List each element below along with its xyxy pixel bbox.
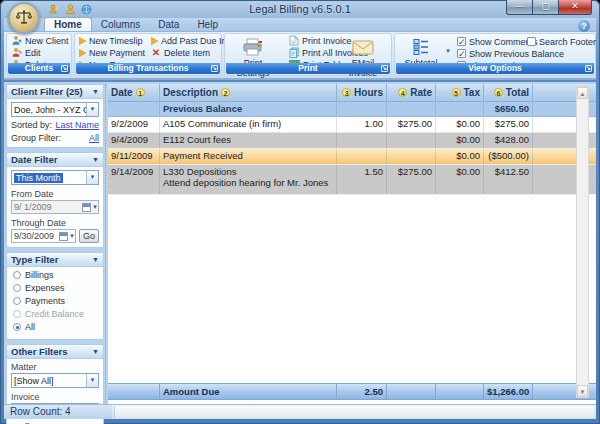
tab-home[interactable]: Home (44, 17, 92, 31)
printer-icon (227, 36, 279, 58)
ribbon-group-billing-transactions: New Timeslip New Payment New Expense Add… (74, 33, 222, 76)
table-row[interactable]: 9/4/2009 E112 Court fees $0.00 $428.00 (108, 133, 596, 149)
matter-select[interactable]: [Show All] ▼ (11, 373, 99, 388)
dropdown-arrow-icon: ▼ (92, 204, 98, 210)
client-select[interactable]: Doe, John - XYZ Corporation ▼ (11, 102, 99, 117)
show-previous-balance-checkbox[interactable]: ✓ Show Previous Balance (457, 48, 564, 59)
filter-sidebar: Client Filter (25) ▼ Doe, John - XYZ Cor… (6, 84, 104, 404)
new-payment-button[interactable]: New Payment (79, 47, 145, 58)
go-button[interactable]: Go (79, 229, 99, 243)
radio-icon (13, 297, 21, 305)
person-add-icon (11, 35, 22, 46)
from-date-field[interactable]: 9/ 1/2009 ▼ (11, 200, 99, 214)
person-icon[interactable] (64, 3, 76, 15)
help-icon[interactable]: ? (578, 20, 590, 32)
dialog-launcher-icon[interactable]: ↘ (381, 65, 388, 72)
search-footer-checkbox[interactable]: Search Footer (527, 36, 596, 47)
radio-icon (13, 271, 21, 279)
new-timeslip-button[interactable]: New Timeslip (79, 35, 145, 46)
date-range-select[interactable]: This Month ▼ (11, 170, 99, 185)
scroll-down-icon[interactable]: ▼ (577, 385, 588, 397)
title-bar: Legal Billing v6.5.0.1 — ▢ ✕ (0, 0, 600, 18)
calendar-icon (82, 203, 91, 212)
grid-empty-area (108, 195, 596, 383)
group-filter-label: Group Filter: (11, 133, 61, 143)
subtotal-outline-icon (399, 36, 443, 58)
column-header-total[interactable]: 6Total (484, 84, 533, 101)
radio-payments[interactable]: Payments (13, 296, 99, 306)
radio-icon (13, 310, 21, 318)
column-badge: 4 (398, 88, 407, 97)
column-header-tax[interactable]: 5Tax (436, 84, 484, 101)
group-filter-link[interactable]: All (89, 133, 99, 143)
column-badge: 5 (452, 88, 461, 97)
tab-columns[interactable]: Columns (92, 18, 149, 31)
edit-client-label: Edit (25, 48, 41, 58)
client-filter-header[interactable]: Client Filter (25) ▼ (7, 85, 103, 99)
row-count-label: Row Count: 4 (4, 405, 112, 419)
client-filter-panel: Client Filter (25) ▼ Doe, John - XYZ Cor… (6, 84, 104, 148)
radio-expenses[interactable]: Expenses (13, 283, 99, 293)
billings-label: Billings (25, 270, 54, 280)
row-description-comment: Attend deposition hearing for Mr. Jones (163, 177, 333, 188)
maximize-button[interactable]: ▢ (532, 0, 558, 15)
all-label: All (25, 322, 35, 332)
print-group-caption: Print ↘ (226, 63, 390, 74)
ribbon-group-view-options: Subtotal ▼ ✓ Show Comments ✓ Show Previo… (394, 33, 596, 76)
amount-due-hours: 2.50 (337, 384, 387, 399)
ribbon-group-clients: New Client Edit Delete Clients ↘ (6, 33, 72, 76)
column-badge: 6 (494, 88, 503, 97)
from-date-value: 9/ 1/2009 (12, 202, 82, 212)
radio-credit-balance: Credit Balance (13, 309, 99, 319)
window-controls: — ▢ ✕ (506, 0, 592, 15)
people-icon[interactable] (48, 3, 60, 15)
matter-select-value: [Show All] (12, 376, 86, 386)
new-client-button[interactable]: New Client (11, 35, 71, 46)
horizontal-scrollbar[interactable] (114, 406, 594, 418)
scroll-up-icon[interactable]: ▲ (577, 87, 588, 99)
amount-due-total: $1,266.00 (484, 384, 533, 399)
person-edit-icon (11, 47, 22, 58)
delete-item-label: Delete Item (164, 48, 210, 58)
checkbox-checked-icon: ✓ (457, 49, 466, 58)
calendar-icon (59, 232, 68, 241)
previous-balance-row[interactable]: Previous Balance $650.50 (108, 102, 596, 117)
table-row[interactable]: 9/2/2009 A105 Communicate (in firm) 1.00… (108, 117, 596, 133)
tab-data[interactable]: Data (149, 18, 188, 31)
edit-client-button[interactable]: Edit (11, 47, 71, 58)
column-header-rate[interactable]: 4Rate (387, 84, 436, 101)
column-header-description[interactable]: Description2 (160, 84, 337, 101)
through-date-label: Through Date (11, 218, 99, 228)
previous-balance-label: Previous Balance (160, 102, 337, 116)
ribbon-group-print: Print Settings Print Invoice Print All I… (224, 33, 392, 76)
envelope-icon (337, 36, 389, 58)
other-filters-header[interactable]: Other Filters ▼ (7, 345, 103, 359)
dialog-launcher-icon[interactable]: ↘ (61, 65, 68, 72)
through-date-field[interactable]: 9/30/2009 ▼ (11, 229, 76, 243)
dialog-launcher-icon[interactable]: ↘ (211, 65, 218, 72)
globe-icon[interactable] (80, 3, 92, 15)
document-icon (289, 35, 299, 46)
sorted-by-link[interactable]: Last Name (55, 120, 99, 130)
date-filter-header[interactable]: Date Filter ▼ (7, 153, 103, 167)
tab-help[interactable]: Help (188, 18, 227, 31)
app-menu-button[interactable] (8, 2, 40, 34)
view-options-group-caption: View Options ↘ (396, 63, 594, 74)
minimize-button[interactable]: — (506, 0, 532, 15)
date-filter-panel: Date Filter ▼ This Month ▼ From Date 9/ … (6, 152, 104, 248)
subtotal-dropdown-arrow-icon[interactable]: ▼ (445, 48, 451, 54)
through-date-value: 9/30/2009 (12, 231, 59, 241)
column-header-hours[interactable]: 3Hours (337, 84, 387, 101)
vertical-scrollbar[interactable]: ▲ ▼ (576, 86, 589, 398)
column-header-date[interactable]: Date1 (108, 84, 160, 101)
dialog-launcher-icon[interactable]: ↘ (585, 65, 592, 72)
table-row[interactable]: 9/14/2009 L330 Depositions Attend deposi… (108, 165, 596, 195)
close-button[interactable]: ✕ (558, 0, 592, 15)
column-badge: 1 (136, 88, 145, 97)
dropdown-arrow-icon: ▼ (86, 374, 98, 387)
yellow-arrow-icon (151, 37, 158, 45)
radio-all[interactable]: All (13, 322, 99, 332)
type-filter-header[interactable]: Type Filter ▼ (7, 253, 103, 267)
payment-row[interactable]: 9/11/2009 Payment Received $0.00 ($500.0… (108, 149, 596, 165)
radio-billings[interactable]: Billings (13, 270, 99, 280)
